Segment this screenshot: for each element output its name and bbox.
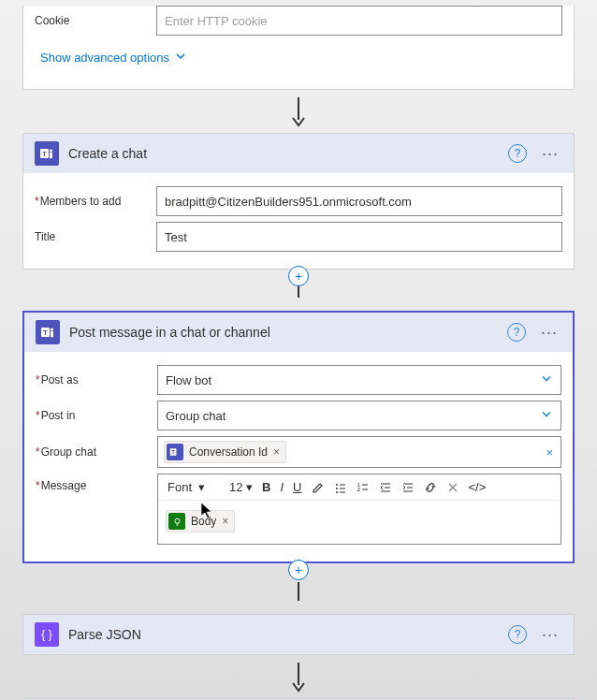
parse-json-header[interactable]: { } Parse JSON ? ··· xyxy=(23,615,574,654)
post-as-select[interactable]: Flow bot xyxy=(157,365,561,395)
connector-arrow xyxy=(22,283,575,311)
post-in-value: Group chat xyxy=(166,409,226,423)
add-step-button[interactable]: + xyxy=(288,266,309,286)
post-message-header[interactable]: T Post message in a chat or channel ? ··… xyxy=(24,313,573,352)
chat-title-row: Title Test xyxy=(35,222,562,252)
cursor-icon xyxy=(201,503,214,522)
braces-icon: { } xyxy=(35,622,59,647)
members-row: *Members to add bradpitt@CitizenBuilders… xyxy=(35,186,562,216)
clear-icon[interactable]: × xyxy=(546,445,553,459)
chevron-down-icon xyxy=(540,372,553,388)
post-in-row: *Post in Group chat xyxy=(36,401,561,430)
code-view-button[interactable]: </> xyxy=(465,478,490,496)
show-advanced-label: Show advanced options xyxy=(40,51,169,65)
numbered-list-button[interactable]: 12 xyxy=(353,479,373,496)
svg-point-7 xyxy=(51,328,53,330)
add-step-button[interactable]: + xyxy=(288,560,309,580)
post-as-label: *Post as xyxy=(36,373,157,386)
help-icon[interactable]: ? xyxy=(508,625,527,644)
members-label: *Members to add xyxy=(35,195,156,208)
create-chat-title: Create a chat xyxy=(68,146,508,161)
message-editor[interactable]: Font ▾ 12 ▾ B I U 12 </> xyxy=(157,474,561,545)
group-chat-label: *Group chat xyxy=(36,445,157,459)
teams-icon: T xyxy=(167,444,183,460)
rte-body[interactable]: Body × xyxy=(158,501,561,544)
connector-arrow xyxy=(22,90,575,133)
remove-token-icon[interactable]: × xyxy=(273,445,280,459)
post-message-card: T Post message in a chat or channel ? ··… xyxy=(22,311,575,563)
cookie-label: Cookie xyxy=(35,14,156,27)
bold-button[interactable]: B xyxy=(258,478,274,496)
conversation-id-token[interactable]: T Conversation Id × xyxy=(164,441,286,463)
parse-json-title: Parse JSON xyxy=(68,627,508,642)
token-label: Conversation Id xyxy=(189,445,268,459)
rte-toolbar: Font ▾ 12 ▾ B I U 12 </> xyxy=(158,474,561,501)
indent-button[interactable] xyxy=(398,479,418,496)
group-chat-input[interactable]: T Conversation Id × × xyxy=(157,436,561,468)
link-button[interactable] xyxy=(420,479,441,496)
svg-text:T: T xyxy=(43,328,48,337)
create-chat-header[interactable]: T Create a chat ? ··· xyxy=(23,134,574,173)
remove-token-icon[interactable]: × xyxy=(222,515,228,528)
clear-format-button[interactable] xyxy=(443,479,463,496)
cookie-input[interactable]: Enter HTTP cookie xyxy=(156,6,562,36)
create-chat-card: T Create a chat ? ··· *Members to add br… xyxy=(22,133,575,270)
svg-text:T: T xyxy=(171,449,175,455)
connector-arrow xyxy=(22,576,575,614)
outdent-button[interactable] xyxy=(375,479,396,496)
font-size-select[interactable]: 12 ▾ xyxy=(226,478,256,496)
post-as-value: Flow bot xyxy=(166,373,211,387)
post-in-select[interactable]: Group chat xyxy=(157,401,561,430)
svg-point-3 xyxy=(50,149,52,152)
svg-point-14 xyxy=(336,491,338,493)
italic-button[interactable]: I xyxy=(276,478,287,496)
help-icon[interactable]: ? xyxy=(507,323,526,342)
svg-text:2: 2 xyxy=(357,487,360,492)
underline-button[interactable]: U xyxy=(289,478,305,496)
font-select[interactable]: Font ▾ xyxy=(164,478,224,496)
more-icon[interactable]: ··· xyxy=(538,144,562,164)
help-icon[interactable]: ? xyxy=(508,144,527,163)
bullet-list-button[interactable] xyxy=(330,479,351,496)
svg-text:{ }: { } xyxy=(41,628,51,641)
members-input[interactable]: bradpitt@CitizenBuilders951.onmicrosoft.… xyxy=(156,186,562,216)
message-label: *Message xyxy=(36,474,157,492)
post-message-title: Post message in a chat or channel xyxy=(69,325,507,340)
http-step-card: Cookie Enter HTTP cookie Show advanced o… xyxy=(22,6,575,90)
message-row: *Message Font ▾ 12 ▾ B I U 12 xyxy=(36,474,561,545)
svg-point-10 xyxy=(336,484,338,486)
post-in-label: *Post in xyxy=(36,409,157,422)
chat-title-label: Title xyxy=(35,230,156,243)
highlight-button[interactable] xyxy=(308,479,328,496)
svg-point-26 xyxy=(174,518,179,523)
more-icon[interactable]: ··· xyxy=(537,323,561,343)
chat-title-input[interactable]: Test xyxy=(156,222,562,252)
chevron-down-icon xyxy=(540,408,553,424)
group-chat-row: *Group chat T Conversation Id × × xyxy=(36,436,561,468)
svg-text:T: T xyxy=(42,150,47,158)
show-advanced-link[interactable]: Show advanced options xyxy=(35,41,192,78)
cookie-row: Cookie Enter HTTP cookie xyxy=(35,6,562,36)
teams-icon: T xyxy=(36,320,60,344)
chevron-down-icon xyxy=(175,51,186,65)
connector-arrow xyxy=(22,655,575,698)
parse-json-card: { } Parse JSON ? ··· xyxy=(22,614,575,655)
lightbulb-icon xyxy=(168,513,185,530)
teams-icon: T xyxy=(35,141,59,166)
more-icon[interactable]: ··· xyxy=(538,625,562,645)
svg-point-12 xyxy=(336,488,338,489)
post-as-row: *Post as Flow bot xyxy=(36,365,561,395)
